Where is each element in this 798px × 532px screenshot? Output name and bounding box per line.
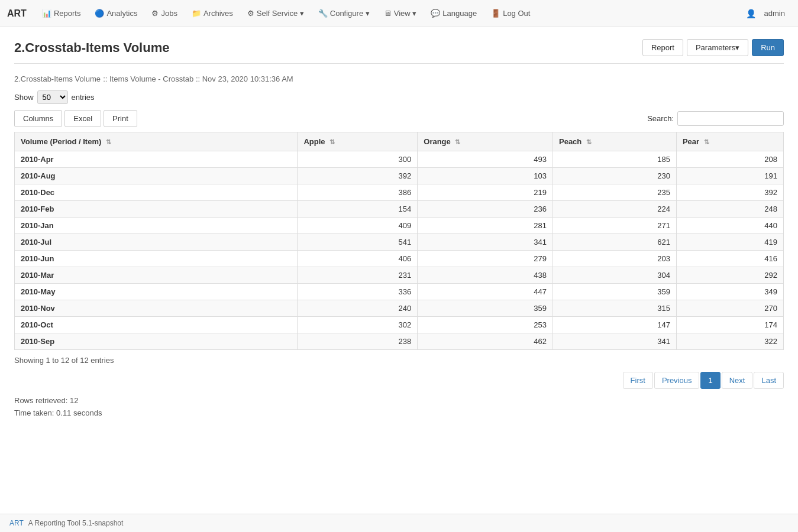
cell-peach: 621: [553, 234, 676, 251]
configure-icon: 🔧: [318, 9, 328, 18]
cell-apple: 240: [298, 300, 418, 317]
first-button[interactable]: First: [623, 372, 653, 389]
cell-pear: 440: [676, 218, 783, 234]
col-apple[interactable]: Apple ⇅: [298, 132, 418, 151]
cell-period: 2010-Dec: [15, 184, 298, 201]
nav-selfservice[interactable]: ⚙ Self Service ▾: [241, 5, 310, 21]
cell-apple: 300: [298, 151, 418, 168]
table-row: 2010-May 336 447 359 349: [15, 284, 784, 300]
columns-button[interactable]: Columns: [14, 110, 62, 127]
nav-configure[interactable]: 🔧 Configure ▾: [312, 5, 376, 21]
cell-pear: 322: [676, 333, 783, 350]
cell-peach: 304: [553, 267, 676, 284]
cell-apple: 386: [298, 184, 418, 201]
sort-orange-icon: ⇅: [455, 138, 460, 145]
table-controls: Columns Excel Print Search:: [14, 110, 784, 127]
table-row: 2010-Sep 238 462 341 322: [15, 333, 784, 350]
view-icon: 🖥: [384, 9, 392, 18]
sort-apple-icon: ⇅: [329, 138, 335, 145]
sort-period-icon: ⇅: [106, 138, 111, 145]
table-row: 2010-Dec 386 219 235 392: [15, 184, 784, 201]
cell-period: 2010-Apr: [15, 151, 298, 168]
nav-language[interactable]: 💬 Language: [425, 5, 483, 21]
nav-analytics[interactable]: 🔵 Analytics: [89, 5, 143, 21]
table-body: 2010-Apr 300 493 185 208 2010-Aug 392 10…: [15, 151, 784, 350]
cell-orange: 279: [418, 251, 553, 267]
pagination: First Previous 1 Next Last: [14, 372, 784, 389]
nav-view[interactable]: 🖥 View ▾: [378, 5, 423, 21]
nav-reports[interactable]: 📊 Reports: [36, 5, 87, 21]
divider: [14, 63, 784, 64]
last-button[interactable]: Last: [754, 372, 784, 389]
selfservice-icon: ⚙: [247, 9, 254, 18]
show-select[interactable]: 50 10 25 100: [37, 90, 68, 104]
run-button[interactable]: Run: [752, 39, 784, 56]
cell-pear: 419: [676, 234, 783, 251]
cell-peach: 203: [553, 251, 676, 267]
cell-period: 2010-May: [15, 284, 298, 300]
col-orange[interactable]: Orange ⇅: [418, 132, 553, 151]
nav-logout[interactable]: 🚪 Log Out: [485, 5, 536, 21]
col-orange-label: Orange: [424, 137, 451, 146]
cell-period: 2010-Jan: [15, 218, 298, 234]
cell-peach: 359: [553, 284, 676, 300]
parameters-button[interactable]: Parameters▾: [687, 39, 748, 56]
cell-orange: 447: [418, 284, 553, 300]
table-row: 2010-Jul 541 341 621 419: [15, 234, 784, 251]
cell-peach: 315: [553, 300, 676, 317]
page-content: 2.Crosstab-Items Volume Report Parameter…: [0, 27, 798, 432]
cell-orange: 219: [418, 184, 553, 201]
nav-jobs[interactable]: ⚙ Jobs: [146, 5, 183, 21]
table-row: 2010-Apr 300 493 185 208: [15, 151, 784, 168]
table-row: 2010-Jan 409 281 271 440: [15, 218, 784, 234]
current-page-button[interactable]: 1: [700, 372, 720, 389]
table-row: 2010-Oct 302 253 147 174: [15, 317, 784, 333]
table-row: 2010-Jun 406 279 203 416: [15, 251, 784, 267]
col-pear[interactable]: Pear ⇅: [676, 132, 783, 151]
next-button[interactable]: Next: [722, 372, 753, 389]
cell-peach: 341: [553, 333, 676, 350]
nav-logout-label: Log Out: [503, 9, 530, 18]
col-period[interactable]: Volume (Period / Item) ⇅: [15, 132, 298, 151]
cell-apple: 392: [298, 168, 418, 184]
previous-button[interactable]: Previous: [654, 372, 700, 389]
table-row: 2010-Feb 154 236 224 248: [15, 201, 784, 218]
admin-icon: 👤: [746, 9, 756, 18]
cell-pear: 416: [676, 251, 783, 267]
cell-pear: 174: [676, 317, 783, 333]
footer-info: Rows retrieved: 12 Time taken: 0.11 seco…: [14, 395, 784, 420]
nav-configure-label: Configure ▾: [330, 9, 370, 18]
cell-period: 2010-Feb: [15, 201, 298, 218]
page-title: 2.Crosstab-Items Volume: [14, 40, 169, 56]
nav-view-label: View ▾: [394, 9, 417, 18]
cell-apple: 302: [298, 317, 418, 333]
table-row: 2010-Mar 231 438 304 292: [15, 267, 784, 284]
reports-icon: 📊: [42, 9, 51, 18]
analytics-icon: 🔵: [95, 9, 104, 18]
col-peach[interactable]: Peach ⇅: [553, 132, 676, 151]
search-input[interactable]: [677, 111, 784, 126]
sort-peach-icon: ⇅: [586, 138, 592, 145]
language-icon: 💬: [431, 9, 440, 18]
cell-orange: 103: [418, 168, 553, 184]
showing-entries: Showing 1 to 12 of 12 entries: [14, 356, 784, 365]
cell-period: 2010-Mar: [15, 267, 298, 284]
cell-apple: 406: [298, 251, 418, 267]
cell-pear: 349: [676, 284, 783, 300]
table-row: 2010-Nov 240 359 315 270: [15, 300, 784, 317]
nav-items: 📊 Reports 🔵 Analytics ⚙ Jobs 📁 Archives …: [36, 5, 746, 21]
nav-archives[interactable]: 📁 Archives: [186, 5, 239, 21]
cell-orange: 462: [418, 333, 553, 350]
report-button[interactable]: Report: [642, 39, 683, 56]
print-button[interactable]: Print: [104, 110, 137, 127]
cell-peach: 271: [553, 218, 676, 234]
nav-analytics-label: Analytics: [106, 9, 137, 18]
brand-logo[interactable]: ART: [7, 8, 27, 19]
admin-label: admin: [758, 5, 791, 21]
search-label: Search:: [647, 114, 674, 123]
report-subtitle: 2.Crosstab-Items Volume :: Items Volume …: [14, 73, 784, 83]
excel-button[interactable]: Excel: [64, 110, 101, 127]
nav-language-label: Language: [442, 9, 477, 18]
cell-orange: 359: [418, 300, 553, 317]
cell-orange: 281: [418, 218, 553, 234]
